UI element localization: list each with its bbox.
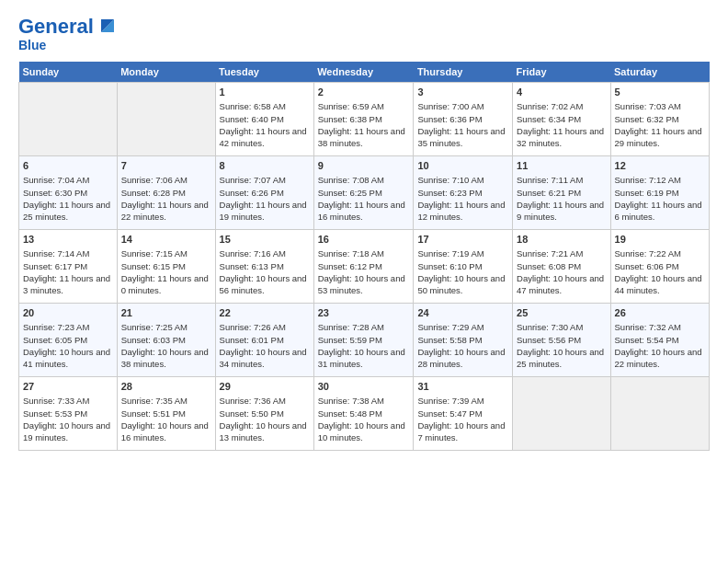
- day-number: 1: [220, 86, 310, 99]
- calendar-week-row: 6Sunrise: 7:04 AMSunset: 6:30 PMDaylight…: [19, 156, 710, 230]
- calendar-cell: 27Sunrise: 7:33 AMSunset: 5:53 PMDayligh…: [19, 377, 118, 451]
- day-number: 23: [318, 306, 410, 320]
- day-info: Sunrise: 6:58 AMSunset: 6:40 PMDaylight:…: [220, 101, 307, 148]
- day-info: Sunrise: 7:23 AMSunset: 6:05 PMDaylight:…: [23, 322, 110, 369]
- day-number: 16: [318, 233, 410, 247]
- day-info: Sunrise: 7:08 AMSunset: 6:25 PMDaylight:…: [318, 175, 405, 222]
- day-number: 22: [220, 306, 310, 320]
- day-of-week-header: Sunday: [19, 62, 118, 83]
- calendar-cell: 21Sunrise: 7:25 AMSunset: 6:03 PMDayligh…: [117, 304, 215, 377]
- day-number: 30: [318, 380, 410, 394]
- calendar-cell: 31Sunrise: 7:39 AMSunset: 5:47 PMDayligh…: [414, 377, 513, 451]
- calendar-table: SundayMondayTuesdayWednesdayThursdayFrid…: [18, 62, 710, 451]
- calendar-cell: 2Sunrise: 6:59 AMSunset: 6:38 PMDaylight…: [313, 83, 414, 156]
- day-of-week-header: Thursday: [414, 62, 513, 83]
- day-info: Sunrise: 7:39 AMSunset: 5:47 PMDaylight:…: [417, 396, 505, 442]
- calendar-cell: 19Sunrise: 7:22 AMSunset: 6:06 PMDayligh…: [610, 230, 709, 304]
- day-number: 20: [23, 306, 113, 320]
- day-of-week-header: Saturday: [610, 62, 709, 83]
- day-info: Sunrise: 7:25 AMSunset: 6:03 PMDaylight:…: [121, 322, 209, 369]
- header: General Blue: [18, 14, 710, 52]
- day-info: Sunrise: 7:38 AMSunset: 5:48 PMDaylight:…: [318, 396, 405, 442]
- day-info: Sunrise: 7:21 AMSunset: 6:08 PMDaylight:…: [517, 248, 604, 295]
- day-info: Sunrise: 7:06 AMSunset: 6:28 PMDaylight:…: [121, 175, 209, 222]
- day-info: Sunrise: 7:10 AMSunset: 6:23 PMDaylight:…: [417, 175, 505, 222]
- day-info: Sunrise: 7:33 AMSunset: 5:53 PMDaylight:…: [23, 396, 110, 442]
- calendar-cell: 12Sunrise: 7:12 AMSunset: 6:19 PMDayligh…: [610, 156, 709, 230]
- day-number: 14: [121, 233, 211, 247]
- day-info: Sunrise: 7:35 AMSunset: 5:51 PMDaylight:…: [121, 396, 209, 442]
- calendar-cell: 11Sunrise: 7:11 AMSunset: 6:21 PMDayligh…: [513, 156, 611, 230]
- day-number: 2: [318, 86, 410, 99]
- day-info: Sunrise: 7:02 AMSunset: 6:34 PMDaylight:…: [517, 101, 604, 148]
- day-number: 6: [23, 159, 113, 173]
- calendar-body: 1Sunrise: 6:58 AMSunset: 6:40 PMDaylight…: [19, 83, 710, 451]
- calendar-cell: 4Sunrise: 7:02 AMSunset: 6:34 PMDaylight…: [513, 83, 611, 156]
- day-info: Sunrise: 6:59 AMSunset: 6:38 PMDaylight:…: [318, 101, 405, 148]
- day-number: 11: [517, 159, 607, 173]
- calendar-week-row: 20Sunrise: 7:23 AMSunset: 6:05 PMDayligh…: [19, 304, 710, 377]
- day-number: 4: [517, 86, 607, 99]
- calendar-cell: 15Sunrise: 7:16 AMSunset: 6:13 PMDayligh…: [215, 230, 313, 304]
- day-number: 7: [121, 159, 211, 173]
- calendar-cell: 9Sunrise: 7:08 AMSunset: 6:25 PMDaylight…: [313, 156, 414, 230]
- day-info: Sunrise: 7:16 AMSunset: 6:13 PMDaylight:…: [220, 248, 307, 295]
- calendar-cell: 17Sunrise: 7:19 AMSunset: 6:10 PMDayligh…: [414, 230, 513, 304]
- day-number: 29: [220, 380, 310, 394]
- day-number: 21: [121, 306, 211, 320]
- calendar-cell: 3Sunrise: 7:00 AMSunset: 6:36 PMDaylight…: [414, 83, 513, 156]
- day-number: 15: [220, 233, 310, 247]
- logo-icon: [97, 16, 118, 36]
- calendar-cell: 22Sunrise: 7:26 AMSunset: 6:01 PMDayligh…: [215, 304, 313, 377]
- day-info: Sunrise: 7:11 AMSunset: 6:21 PMDaylight:…: [517, 175, 604, 222]
- calendar-cell: 24Sunrise: 7:29 AMSunset: 5:58 PMDayligh…: [414, 304, 513, 377]
- calendar-cell: 1Sunrise: 6:58 AMSunset: 6:40 PMDaylight…: [215, 83, 313, 156]
- calendar-cell: [117, 83, 215, 156]
- day-number: 31: [417, 380, 508, 394]
- calendar-cell: 7Sunrise: 7:06 AMSunset: 6:28 PMDaylight…: [117, 156, 215, 230]
- calendar-cell: [513, 377, 611, 451]
- day-info: Sunrise: 7:30 AMSunset: 5:56 PMDaylight:…: [517, 322, 604, 369]
- calendar-cell: 18Sunrise: 7:21 AMSunset: 6:08 PMDayligh…: [513, 230, 611, 304]
- calendar-header-row: SundayMondayTuesdayWednesdayThursdayFrid…: [19, 62, 710, 83]
- calendar-cell: 13Sunrise: 7:14 AMSunset: 6:17 PMDayligh…: [19, 230, 118, 304]
- calendar-cell: 23Sunrise: 7:28 AMSunset: 5:59 PMDayligh…: [313, 304, 414, 377]
- day-info: Sunrise: 7:32 AMSunset: 5:54 PMDaylight:…: [615, 322, 702, 369]
- day-number: 19: [615, 233, 705, 247]
- calendar-cell: 25Sunrise: 7:30 AMSunset: 5:56 PMDayligh…: [513, 304, 611, 377]
- day-info: Sunrise: 7:12 AMSunset: 6:19 PMDaylight:…: [615, 175, 702, 222]
- day-of-week-header: Tuesday: [215, 62, 313, 83]
- day-of-week-header: Wednesday: [313, 62, 414, 83]
- calendar-cell: [610, 377, 709, 451]
- calendar-cell: 20Sunrise: 7:23 AMSunset: 6:05 PMDayligh…: [19, 304, 118, 377]
- page: General Blue SundayMondayTuesdayWednesda…: [0, 0, 728, 563]
- logo: General Blue: [18, 14, 118, 52]
- day-info: Sunrise: 7:04 AMSunset: 6:30 PMDaylight:…: [23, 175, 110, 222]
- day-number: 24: [417, 306, 508, 320]
- calendar-cell: 8Sunrise: 7:07 AMSunset: 6:26 PMDaylight…: [215, 156, 313, 230]
- day-info: Sunrise: 7:36 AMSunset: 5:50 PMDaylight:…: [220, 396, 307, 442]
- calendar-cell: 26Sunrise: 7:32 AMSunset: 5:54 PMDayligh…: [610, 304, 709, 377]
- day-info: Sunrise: 7:07 AMSunset: 6:26 PMDaylight:…: [220, 175, 307, 222]
- day-number: 26: [615, 306, 705, 320]
- day-number: 10: [417, 159, 508, 173]
- calendar-cell: 6Sunrise: 7:04 AMSunset: 6:30 PMDaylight…: [19, 156, 118, 230]
- day-number: 9: [318, 159, 410, 173]
- calendar-cell: [19, 83, 118, 156]
- day-number: 25: [517, 306, 607, 320]
- day-number: 13: [23, 233, 113, 247]
- calendar-week-row: 27Sunrise: 7:33 AMSunset: 5:53 PMDayligh…: [19, 377, 710, 451]
- day-number: 27: [23, 380, 113, 394]
- calendar-cell: 28Sunrise: 7:35 AMSunset: 5:51 PMDayligh…: [117, 377, 215, 451]
- calendar-cell: 30Sunrise: 7:38 AMSunset: 5:48 PMDayligh…: [313, 377, 414, 451]
- day-info: Sunrise: 7:26 AMSunset: 6:01 PMDaylight:…: [220, 322, 307, 369]
- calendar-week-row: 1Sunrise: 6:58 AMSunset: 6:40 PMDaylight…: [19, 83, 710, 156]
- day-info: Sunrise: 7:29 AMSunset: 5:58 PMDaylight:…: [417, 322, 505, 369]
- calendar-cell: 5Sunrise: 7:03 AMSunset: 6:32 PMDaylight…: [610, 83, 709, 156]
- day-number: 12: [615, 159, 705, 173]
- day-number: 17: [417, 233, 508, 247]
- day-number: 18: [517, 233, 607, 247]
- day-info: Sunrise: 7:03 AMSunset: 6:32 PMDaylight:…: [615, 101, 702, 148]
- calendar-cell: 10Sunrise: 7:10 AMSunset: 6:23 PMDayligh…: [414, 156, 513, 230]
- calendar-cell: 29Sunrise: 7:36 AMSunset: 5:50 PMDayligh…: [215, 377, 313, 451]
